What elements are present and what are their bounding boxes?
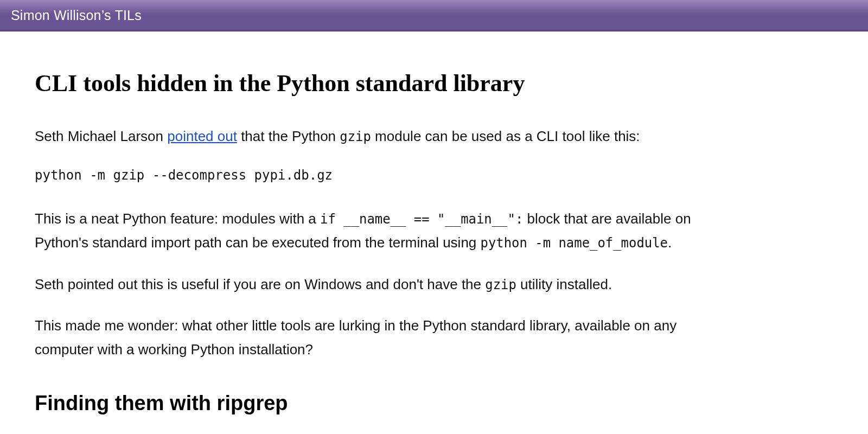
pointed-out-link[interactable]: pointed out <box>167 128 237 144</box>
text-span: utility installed. <box>516 276 612 292</box>
site-header: Simon Willison’s TILs <box>0 0 868 31</box>
inline-code-ifmain: if __name__ == "__main__": <box>320 212 523 227</box>
text-span: . <box>668 234 672 251</box>
article: CLI tools hidden in the Python standard … <box>0 31 760 434</box>
inline-code-gzip: gzip <box>340 129 371 144</box>
section-heading-ripgrep: Finding them with ripgrep <box>35 392 725 415</box>
paragraph-question: This made me wonder: what other little t… <box>35 314 725 361</box>
text-span: Seth Michael Larson <box>35 128 167 144</box>
paragraph-feature-explain: This is a neat Python feature: modules w… <box>35 207 725 254</box>
page-title: CLI tools hidden in the Python standard … <box>35 69 725 97</box>
paragraph-windows-note: Seth pointed out this is useful if you a… <box>35 272 725 296</box>
inline-code-python-m: python -m name_of_module <box>481 235 668 251</box>
site-title-link[interactable]: Simon Willison’s TILs <box>11 8 142 23</box>
code-block-gzip-example: python -m gzip --decompress pypi.db.gz <box>35 165 725 185</box>
text-span: Seth pointed out this is useful if you a… <box>35 276 485 292</box>
text-span: that the Python <box>237 128 340 144</box>
inline-code-gzip-2: gzip <box>485 277 516 292</box>
text-span: This is a neat Python feature: modules w… <box>35 210 320 227</box>
text-span: module can be used as a CLI tool like th… <box>371 128 640 144</box>
intro-paragraph: Seth Michael Larson pointed out that the… <box>35 124 725 148</box>
